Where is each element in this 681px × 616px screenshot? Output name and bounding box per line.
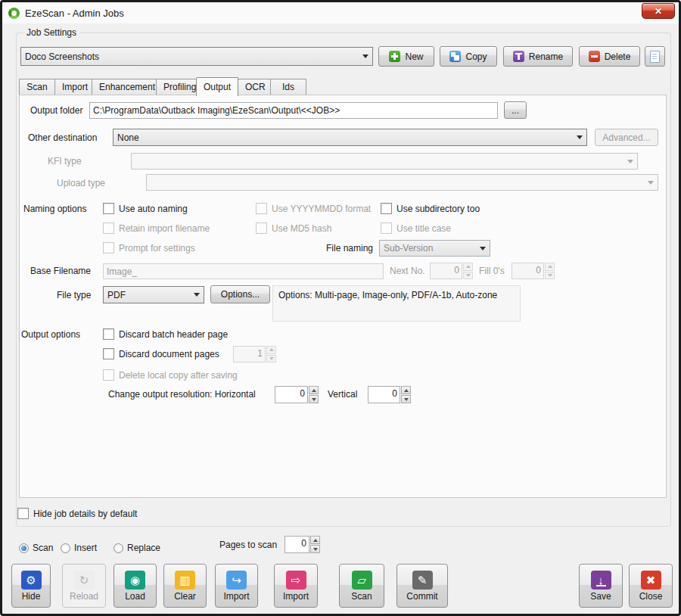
window-close-button[interactable]: ✕ [642,3,675,19]
next-no-value: 0 [430,263,462,279]
change-resolution-label: Change output resolution: Horizontal [108,389,256,400]
clear-button[interactable]: ▥ Clear [163,564,207,608]
checkbox-box [103,348,114,359]
dropdown-arrow-icon [362,54,368,58]
dropdown-arrow-icon [627,160,633,163]
copy-icon [449,51,461,62]
save-button[interactable]: ↓ Save [579,564,623,608]
spinner-up-button [463,263,473,271]
ezescan-logo-icon [8,8,20,19]
checkbox-box [381,203,392,214]
pages-to-scan-spinner[interactable]: 0 [285,536,320,553]
kfi-type-combobox [131,153,638,170]
delete-job-button[interactable]: Delete [579,46,640,67]
load-button[interactable]: ◉ Load [114,564,157,608]
spinner-down-button[interactable] [401,395,411,403]
delete-icon [589,51,600,62]
checkbox-box [103,328,114,340]
tab-enhancement[interactable]: Enhancement [92,79,157,95]
action-label: Import [223,592,249,601]
tab-import[interactable]: Import [54,79,92,95]
commit-button[interactable]: ✎ Commit [396,564,448,608]
output-folder-input[interactable]: C:\ProgramData\Outback Imaging\EzeScan\O… [89,102,498,119]
hide-button[interactable]: ⚙ Hide [11,564,51,608]
tab-ocr[interactable]: OCR [238,79,271,95]
file-type-options-button[interactable]: Options... [210,285,270,303]
checkbox-box [256,203,267,214]
checkbox-label: Discard document pages [119,349,219,359]
file-naming-combobox[interactable]: Sub-Version [379,240,490,257]
radio-label: Insert [74,543,97,553]
spinner-down-button[interactable] [309,395,319,403]
rename-job-button[interactable]: Rename [503,46,573,67]
new-button-label: New [405,51,423,62]
spinner-up-button[interactable] [309,386,319,394]
discard-batch-header-checkbox[interactable]: Discard batch header page [103,328,228,340]
mode-radio-insert[interactable]: Insert [61,543,97,553]
advanced-button: Advanced... [595,129,658,146]
ezescan-admin-jobs-window: EzeScan - Admin Jobs ✕ Job Settings Doco… [0,0,681,616]
action-label: Hide [22,592,41,601]
browse-output-folder-button[interactable]: ... [504,101,527,119]
mode-radio-scan[interactable]: Scan [19,543,53,553]
job-notes-button[interactable] [645,46,665,67]
action-label: Clear [174,592,196,601]
radio-button [19,543,29,553]
spinner-up-button[interactable] [310,536,320,544]
output-folder-label: Output folder [30,105,82,116]
spinner-up-button [266,346,276,354]
close-x-icon: ✖ [641,571,661,590]
import-folder-button[interactable]: ⇨ Import [274,564,318,608]
copy-job-button[interactable]: Copy [440,46,497,67]
radio-label: Scan [33,543,53,553]
file-type-combobox[interactable]: PDF [103,286,204,303]
horizontal-resolution-spinner[interactable]: 0 [275,386,319,403]
pages-to-scan-value: 0 [285,536,309,553]
tab-profiling[interactable]: Profiling [156,79,197,95]
use-auto-naming-checkbox[interactable]: Use auto naming [103,203,188,214]
base-filename-label: Base Filename [30,266,91,276]
new-job-button[interactable]: New [378,46,434,67]
copy-button-label: Copy [465,51,487,62]
reload-icon: ↻ [74,571,95,590]
import-file-icon: ↪ [226,571,247,590]
use-subdirectory-checkbox[interactable]: Use subdirectory too [381,203,480,214]
spinner-down-button [545,272,555,280]
action-label: Import [283,592,309,601]
vertical-resolution-spinner[interactable]: 0 [368,386,411,403]
file-type-options-summary: Options: Multi-page, Image-only, PDF/A-1… [272,285,521,322]
checkbox-label: Discard batch header page [119,329,228,340]
checkbox-label: Delete local copy after saving [119,370,238,381]
spinner-down-button[interactable] [310,545,320,553]
close-button[interactable]: ✖ Close [629,564,673,608]
import-file-button[interactable]: ↪ Import [215,564,258,608]
rename-button-label: Rename [529,51,563,62]
naming-options-label: Naming options [23,204,86,214]
job-select-combobox[interactable]: Doco Screenshots [20,47,373,66]
tab-output[interactable]: Output [196,77,238,96]
action-label: Close [639,592,663,601]
close-icon: ✕ [655,6,662,17]
upload-type-combobox [146,174,658,191]
mode-radio-replace[interactable]: Replace [114,543,160,553]
spinner-up-button[interactable] [401,386,411,394]
fill-zeros-value: 0 [512,263,544,279]
other-destination-combobox[interactable]: None [113,129,587,146]
discard-document-pages-checkbox[interactable]: Discard document pages [103,348,219,359]
hide-job-details-checkbox[interactable]: Hide job details by default [17,508,137,519]
spinner-down-button [463,272,473,280]
disc-icon: ◉ [125,571,145,590]
tab-ids[interactable]: Ids [270,79,306,95]
checkbox-label: Retain import filename [119,223,210,234]
kfi-type-label: KFI type [48,156,82,166]
tab-scan[interactable]: Scan [19,79,55,95]
import-folder-icon: ⇨ [286,571,306,590]
radio-button [61,543,70,553]
action-label: Commit [406,592,437,601]
trash-icon: ▥ [175,571,195,590]
scan-button[interactable]: ▱ Scan [339,564,384,608]
gears-icon: ⚙ [21,571,42,590]
retain-import-filename-checkbox: Retain import filename [103,222,210,234]
file-naming-label: File naming [326,243,373,254]
document-icon [650,51,660,63]
